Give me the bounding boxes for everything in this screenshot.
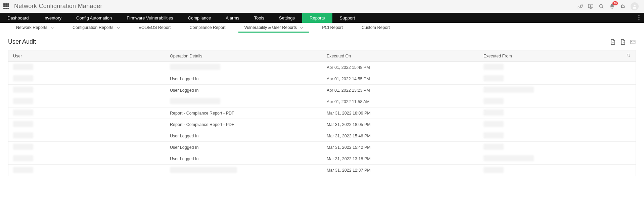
cell-operation: User Logged In <box>165 77 322 81</box>
cell-executed-on: Apr 01, 2022 15:48 PM <box>322 65 479 70</box>
apps-grid-icon[interactable] <box>3 3 9 9</box>
cell-operation <box>165 98 322 105</box>
screen-play-icon[interactable] <box>588 3 594 9</box>
cell-executed-on: Mar 31, 2022 13:18 PM <box>322 157 479 161</box>
cell-executed-from <box>479 75 617 82</box>
user-avatar[interactable] <box>631 2 639 10</box>
cell-executed-from <box>479 155 617 162</box>
nav-item-support[interactable]: Support <box>332 13 363 23</box>
table-search-icon[interactable] <box>617 53 636 59</box>
cell-executed-from <box>479 98 617 105</box>
cell-executed-on: Mar 31, 2022 18:05 PM <box>322 122 479 127</box>
cell-operation: User Logged In <box>165 88 322 93</box>
table-row[interactable]: Apr 01, 2022 15:48 PM <box>8 62 636 73</box>
cell-executed-from <box>479 144 617 151</box>
subnav-label: Configuration Reports <box>73 25 113 30</box>
svg-text:PDF: PDF <box>612 42 615 43</box>
cell-operation <box>165 167 322 174</box>
header-icons: 29 <box>577 2 641 10</box>
cell-executed-from <box>479 109 617 117</box>
subnav-network-reports[interactable]: Network Reports <box>7 23 63 32</box>
nav-item-dashboard[interactable]: Dashboard <box>0 13 36 23</box>
nav-item-settings[interactable]: Settings <box>272 13 302 23</box>
cell-executed-from <box>479 132 617 139</box>
col-header-exec[interactable]: Executed On <box>322 54 479 58</box>
svg-rect-9 <box>631 40 635 44</box>
cell-user <box>8 155 165 162</box>
cell-operation <box>165 64 322 71</box>
audit-table: User Operation Details Executed On Execu… <box>8 50 636 176</box>
page-title: User Audit <box>8 38 36 45</box>
subnav-label: EOL/EOS Report <box>139 25 171 30</box>
table-row[interactable]: User Logged InApr 01, 2022 13:23 PM <box>8 85 636 96</box>
subnav-label: Vulnerability & User Reports <box>244 25 297 30</box>
chevron-down-icon <box>300 25 303 30</box>
svg-point-6 <box>638 19 639 20</box>
cell-operation: Report - Compliance Report - PDF <box>165 111 322 116</box>
nav-item-alarms[interactable]: Alarms <box>218 13 246 23</box>
svg-point-5 <box>638 17 639 18</box>
cell-executed-from <box>479 64 617 71</box>
cell-user <box>8 132 165 139</box>
col-header-op[interactable]: Operation Details <box>165 54 322 58</box>
nav-item-inventory[interactable]: Inventory <box>36 13 69 23</box>
col-header-from[interactable]: Executed From <box>479 54 617 58</box>
gear-icon[interactable] <box>620 3 626 9</box>
subnav-vulnerability-user-reports[interactable]: Vulnerability & User Reports <box>235 23 313 32</box>
cell-executed-on: Mar 31, 2022 12:37 PM <box>322 168 479 173</box>
svg-point-4 <box>638 15 639 16</box>
svg-point-2 <box>599 4 602 7</box>
cell-executed-from <box>479 167 617 174</box>
page-actions: PDF CSV <box>610 39 636 45</box>
subnav-pci-report[interactable]: PCI Report <box>313 23 352 32</box>
app-header: Network Configuration Manager 29 <box>0 0 644 13</box>
col-header-user[interactable]: User <box>8 54 165 58</box>
cell-executed-on: Mar 31, 2022 18:06 PM <box>322 111 479 116</box>
cell-user <box>8 98 165 105</box>
subnav-configuration-reports[interactable]: Configuration Reports <box>63 23 129 32</box>
kebab-menu-icon[interactable] <box>634 13 644 23</box>
cell-executed-on: Apr 01, 2022 11:58 AM <box>322 99 479 104</box>
subnav-eol-eos-report[interactable]: EOL/EOS Report <box>129 23 180 32</box>
chevron-down-icon <box>51 25 54 30</box>
cell-executed-on: Apr 01, 2022 14:55 PM <box>322 77 479 81</box>
nav-item-firmware-vulnerabilities[interactable]: Firmware Vulnerabilities <box>119 13 180 23</box>
export-pdf-icon[interactable]: PDF <box>610 39 616 45</box>
nav-item-reports[interactable]: Reports <box>302 13 332 23</box>
cell-executed-from <box>479 87 617 94</box>
table-row[interactable]: Report - Compliance Report - PDFMar 31, … <box>8 107 636 119</box>
table-row[interactable]: Mar 31, 2022 12:37 PM <box>8 165 636 176</box>
bell-icon[interactable]: 29 <box>609 3 615 9</box>
table-header: User Operation Details Executed On Execu… <box>8 50 636 62</box>
svg-point-0 <box>580 5 581 6</box>
cell-executed-on: Mar 31, 2022 15:46 PM <box>322 134 479 138</box>
subnav-label: PCI Report <box>322 25 343 30</box>
sub-nav: Network ReportsConfiguration ReportsEOL/… <box>0 23 644 32</box>
table-row[interactable]: User Logged InMar 31, 2022 15:42 PM <box>8 142 636 153</box>
export-csv-icon[interactable]: CSV <box>620 39 626 45</box>
nav-item-tools[interactable]: Tools <box>247 13 272 23</box>
cell-user <box>8 64 165 71</box>
cell-operation: User Logged In <box>165 134 322 138</box>
page-title-row: User Audit PDF CSV <box>8 38 636 45</box>
table-row[interactable]: Report - Compliance Report - PDFMar 31, … <box>8 119 636 130</box>
rocket-icon[interactable] <box>577 3 583 9</box>
table-row[interactable]: User Logged InApr 01, 2022 14:55 PM <box>8 73 636 85</box>
subnav-custom-report[interactable]: Custom Report <box>352 23 399 32</box>
search-icon[interactable] <box>598 3 604 9</box>
nav-item-config-automation[interactable]: Config Automation <box>69 13 119 23</box>
table-row[interactable]: User Logged InMar 31, 2022 15:46 PM <box>8 130 636 142</box>
cell-user <box>8 121 165 128</box>
nav-item-compliance[interactable]: Compliance <box>181 13 219 23</box>
cell-executed-on: Mar 31, 2022 15:42 PM <box>322 145 479 150</box>
subnav-compliance-report[interactable]: Compliance Report <box>180 23 235 32</box>
mail-icon[interactable] <box>630 39 636 45</box>
cell-user <box>8 144 165 151</box>
table-row[interactable]: Apr 01, 2022 11:58 AM <box>8 96 636 107</box>
table-row[interactable]: User Logged InMar 31, 2022 13:18 PM <box>8 153 636 165</box>
subnav-label: Custom Report <box>362 25 390 30</box>
cell-executed-on: Apr 01, 2022 13:23 PM <box>322 88 479 93</box>
svg-text:CSV: CSV <box>622 42 625 43</box>
chevron-down-icon <box>117 25 120 30</box>
cell-user <box>8 75 165 82</box>
